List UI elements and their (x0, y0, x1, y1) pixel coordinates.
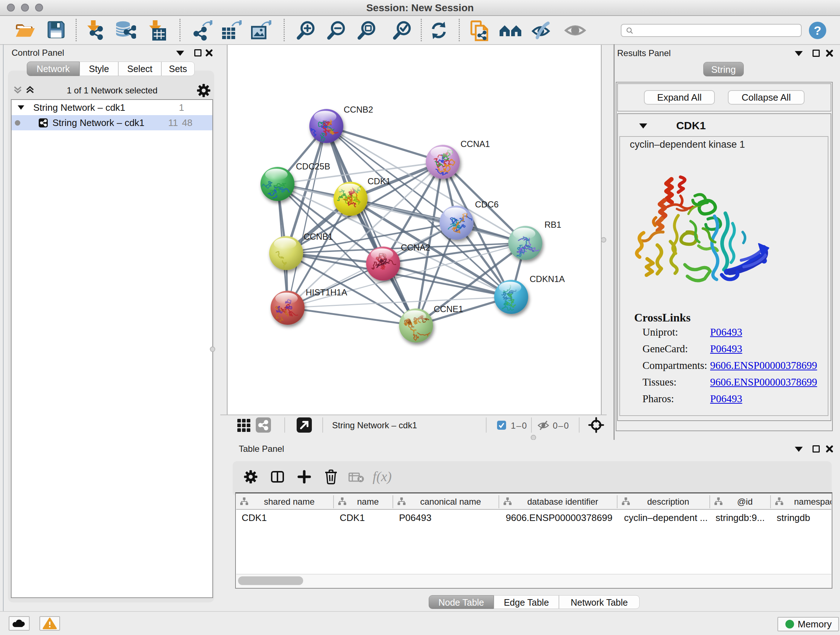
svg-text:CCNA1: CCNA1 (461, 139, 490, 149)
svg-text:CCNB1: CCNB1 (303, 232, 333, 241)
svg-text:CCNE1: CCNE1 (434, 304, 463, 314)
svg-text:CDC25B: CDC25B (296, 162, 330, 171)
svg-text:HIST1H1A: HIST1H1A (306, 287, 347, 297)
svg-text:CDC6: CDC6 (475, 200, 499, 209)
svg-text:RB1: RB1 (545, 220, 561, 230)
svg-text:CCNB2: CCNB2 (344, 105, 373, 114)
svg-text:CDKN1A: CDKN1A (530, 274, 565, 284)
svg-text:CDK1: CDK1 (368, 176, 391, 186)
svg-text:CCNA2: CCNA2 (401, 242, 430, 252)
